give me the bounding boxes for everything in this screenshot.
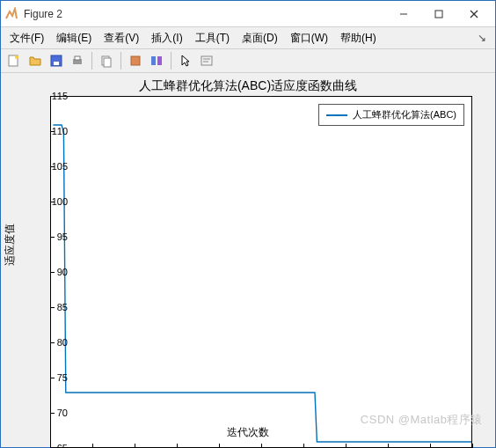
save-button[interactable]	[47, 51, 66, 70]
svg-rect-7	[54, 62, 59, 65]
plot-axes[interactable]: 人工蜂群优化算法(ABC)	[50, 96, 472, 448]
menu-view[interactable]: 查看(V)	[98, 29, 144, 48]
y-tick	[50, 342, 55, 343]
figure-window: Figure 2 文件(F) 编辑(E) 查看(V) 插入(I) 工具(T) 桌…	[0, 0, 496, 448]
y-tick-label: 75	[57, 372, 68, 383]
menubar: 文件(F) 编辑(E) 查看(V) 插入(I) 工具(T) 桌面(D) 窗口(W…	[1, 27, 495, 48]
toolbar	[1, 48, 495, 73]
watermark: CSDN @Matlab程序猿	[361, 412, 483, 428]
menu-help[interactable]: 帮助(H)	[335, 29, 382, 48]
y-tick	[50, 202, 55, 202]
menu-tools[interactable]: 工具(T)	[190, 29, 235, 48]
y-tick-label: 80	[57, 337, 68, 348]
titlebar: Figure 2	[1, 1, 495, 27]
figure-area: 人工蜂群优化算法(ABC)适应度函数曲线 适应度值 人工蜂群优化算法(ABC) …	[1, 73, 495, 447]
x-tick	[346, 444, 346, 448]
y-tick-label: 70	[57, 408, 68, 418]
toolbar-separator	[120, 52, 121, 70]
svg-point-5	[15, 55, 18, 59]
toolbar-separator	[171, 52, 171, 70]
y-tick-label: 85	[57, 302, 68, 312]
new-figure-button[interactable]	[4, 51, 24, 70]
menu-window[interactable]: 窗口(W)	[285, 29, 333, 48]
x-tick	[430, 444, 431, 448]
toolbar-separator	[91, 52, 92, 70]
svg-rect-11	[104, 58, 111, 67]
svg-rect-14	[157, 56, 162, 65]
menu-insert[interactable]: 插入(I)	[146, 29, 187, 48]
x-tick	[388, 444, 389, 448]
svg-rect-12	[131, 56, 140, 65]
legend-swatch	[326, 114, 347, 116]
y-tick-label: 90	[57, 267, 68, 277]
layout-split-button[interactable]	[147, 51, 166, 70]
maximize-button[interactable]	[421, 2, 456, 26]
menu-edit[interactable]: 编辑(E)	[51, 29, 97, 48]
y-tick	[50, 166, 55, 167]
menu-file[interactable]: 文件(F)	[4, 29, 49, 48]
y-axis-label: 适应度值	[3, 224, 18, 266]
x-tick	[261, 444, 262, 448]
minimize-button[interactable]	[386, 2, 421, 26]
x-tick	[219, 444, 220, 448]
legend-label: 人工蜂群优化算法(ABC)	[353, 108, 456, 121]
x-tick	[303, 444, 304, 448]
copy-button[interactable]	[97, 51, 116, 70]
close-button[interactable]	[456, 2, 492, 26]
svg-rect-13	[151, 56, 156, 65]
y-tick	[50, 413, 55, 414]
insert-text-button[interactable]	[197, 51, 216, 70]
y-tick	[50, 237, 55, 238]
svg-rect-1	[435, 11, 442, 18]
print-button[interactable]	[68, 51, 87, 70]
x-tick	[135, 444, 135, 448]
menu-overflow-icon[interactable]: ↘	[472, 32, 492, 44]
y-tick	[50, 96, 55, 97]
line-series	[51, 97, 471, 447]
x-tick	[177, 444, 178, 448]
y-tick	[50, 131, 55, 132]
x-tick	[472, 444, 473, 448]
window-title: Figure 2	[24, 8, 386, 20]
matlab-icon	[4, 7, 18, 21]
chart-title: 人工蜂群优化算法(ABC)适应度函数曲线	[1, 78, 495, 94]
y-tick	[50, 307, 55, 308]
y-tick	[50, 378, 55, 378]
layout-square-button[interactable]	[126, 51, 145, 70]
legend[interactable]: 人工蜂群优化算法(ABC)	[318, 104, 464, 126]
y-tick	[50, 272, 55, 273]
menu-desktop[interactable]: 桌面(D)	[237, 29, 283, 48]
svg-rect-15	[201, 56, 212, 65]
y-tick-label: 95	[57, 231, 68, 242]
pointer-button[interactable]	[176, 51, 195, 70]
x-tick	[92, 444, 93, 448]
svg-rect-9	[75, 56, 80, 60]
y-tick-label: 65	[57, 443, 68, 448]
open-button[interactable]	[26, 51, 45, 70]
